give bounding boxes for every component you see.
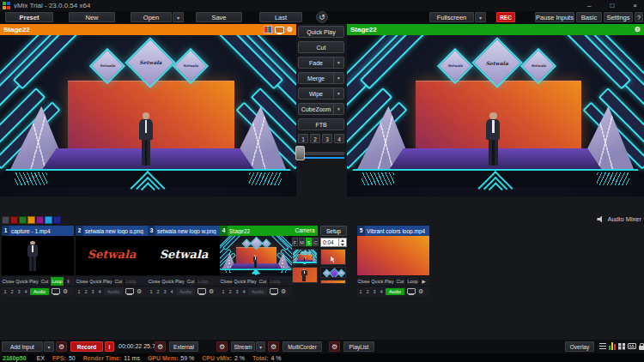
- menu-icon[interactable]: [599, 343, 606, 350]
- wipe-button[interactable]: Wipe▾: [298, 87, 344, 100]
- quick-play-button[interactable]: Quick Play: [298, 26, 344, 38]
- overlay-2-button[interactable]: 2: [82, 289, 89, 294]
- audio-button[interactable]: Audio: [176, 288, 195, 295]
- layer-thumb-strip[interactable]: [320, 280, 346, 284]
- overlay-1-button[interactable]: 1: [220, 289, 227, 294]
- loop-button[interactable]: Loop: [269, 277, 282, 286]
- monitor-icon[interactable]: [52, 288, 60, 294]
- monitor-icon[interactable]: [275, 27, 284, 33]
- add-input-dropdown[interactable]: ▾: [44, 341, 54, 352]
- quick-play-button[interactable]: Quick Play: [161, 277, 185, 286]
- gear-icon[interactable]: ⚙: [635, 27, 641, 33]
- quick-play-button[interactable]: Quick Play: [15, 277, 39, 286]
- ftb-button[interactable]: FTB: [298, 118, 344, 130]
- gear-icon[interactable]: ⚙: [63, 288, 68, 295]
- input-2-titlebar[interactable]: 2 setwala new logo o.png: [76, 226, 148, 236]
- add-input-button[interactable]: Add Input: [2, 341, 43, 352]
- layer-thumb-screen[interactable]: [320, 249, 346, 265]
- swatch-red[interactable]: [10, 216, 18, 224]
- monitor-icon[interactable]: [197, 288, 206, 294]
- playlist-settings-gear-icon[interactable]: ⚙: [329, 341, 340, 352]
- grid-view-icon[interactable]: [618, 343, 625, 350]
- multicorder-button[interactable]: MultiCorder: [283, 341, 322, 352]
- swatch-green[interactable]: [19, 216, 27, 224]
- chevron-down-icon[interactable]: ▾: [333, 57, 343, 68]
- rec-button[interactable]: REC: [496, 12, 515, 22]
- loop-button[interactable]: Loop: [51, 277, 64, 286]
- monitor-icon[interactable]: [407, 288, 416, 294]
- gear-icon[interactable]: ⚙: [287, 27, 293, 33]
- overlay-1-button[interactable]: 1: [357, 289, 364, 294]
- last-button[interactable]: Last: [259, 12, 302, 22]
- input-5-thumbnail[interactable]: [357, 236, 429, 275]
- transition-1-button[interactable]: 1: [298, 134, 308, 143]
- loop-button[interactable]: Loop: [125, 277, 137, 286]
- stream-settings-gear-icon[interactable]: ⚙: [216, 341, 228, 352]
- shortcuts-icon[interactable]: [628, 343, 636, 349]
- overlay-1-button[interactable]: 1: [148, 289, 155, 294]
- multicorder-settings-gear-icon[interactable]: ⚙: [268, 341, 279, 352]
- overlay-2-button[interactable]: 2: [364, 289, 371, 294]
- overlay-3-button[interactable]: 3: [15, 289, 22, 294]
- basic-button[interactable]: Basic: [576, 12, 602, 22]
- chevron-down-icon[interactable]: ▾: [333, 104, 343, 114]
- monitor-icon[interactable]: [125, 288, 134, 294]
- input-1-titlebar[interactable]: 1 capture - 1.mp4: [2, 226, 74, 236]
- audio-button[interactable]: Audio: [386, 288, 404, 295]
- spinner-down-icon[interactable]: [339, 243, 346, 247]
- playlist-button[interactable]: PlayList: [343, 341, 374, 352]
- cut-button[interactable]: Cut: [395, 277, 406, 286]
- input-3[interactable]: 3 setwala new logo w.png Setwala Close Q…: [148, 226, 220, 294]
- gear-icon[interactable]: ⚙: [281, 288, 286, 295]
- audio-mixer-toggle[interactable]: Audio Mixer: [597, 215, 641, 223]
- overlay-2-button[interactable]: 2: [227, 289, 234, 294]
- layer-c-button[interactable]: C: [313, 238, 319, 246]
- play-icon[interactable]: ▶: [420, 277, 428, 286]
- open-dropdown[interactable]: ▾: [173, 12, 184, 22]
- gear-icon[interactable]: ⚙: [418, 288, 423, 295]
- help-button[interactable]: ?: [635, 12, 643, 22]
- overlay-4-button[interactable]: 4: [22, 289, 29, 294]
- layer-s-button[interactable]: S: [306, 238, 312, 246]
- close-button[interactable]: Close: [2, 277, 15, 286]
- cut-button[interactable]: Cut: [113, 277, 125, 286]
- input-4-thumbnail[interactable]: Setwala Setwala Setwala: [220, 236, 292, 275]
- input-1[interactable]: 1 capture - 1.mp4 Close Quick Play Cut L…: [2, 226, 74, 294]
- overlay-2-button[interactable]: 2: [155, 289, 161, 294]
- fullscreen-dropdown[interactable]: ▾: [475, 12, 486, 22]
- camera-button[interactable]: Camera: [292, 226, 318, 236]
- monitor-icon[interactable]: [270, 288, 278, 294]
- layer-f-button[interactable]: F: [292, 238, 298, 246]
- gear-icon[interactable]: ⚙: [209, 288, 214, 295]
- overlay-button[interactable]: Overlay: [565, 341, 594, 352]
- tbar-track[interactable]: [298, 152, 344, 155]
- input-5[interactable]: 5 Vibrant colors loop.mp4 Close Quick Pl…: [357, 226, 429, 294]
- preview-monitor[interactable]: Setwala Setwala Setwala: [0, 35, 296, 196]
- overlay-3-button[interactable]: 3: [371, 289, 378, 294]
- chevron-down-icon[interactable]: ▾: [333, 88, 343, 99]
- layer-thumb-stage[interactable]: Setwala Setwala Setwala: [292, 249, 318, 265]
- swatch-orange[interactable]: [27, 216, 35, 224]
- close-button[interactable]: Close: [76, 277, 89, 286]
- audio-button[interactable]: Audio: [30, 288, 49, 295]
- tbar-handle[interactable]: [295, 146, 305, 160]
- close-button[interactable]: ×: [633, 2, 637, 9]
- loop-button[interactable]: Loop: [197, 277, 210, 286]
- cut-button[interactable]: Cut: [39, 277, 51, 286]
- gear-icon[interactable]: ⚙: [137, 288, 142, 295]
- program-monitor[interactable]: Setwala Setwala Setwala: [347, 35, 644, 196]
- merge-button[interactable]: Merge▾: [298, 72, 344, 84]
- layer-thumb-diamonds[interactable]: [320, 267, 346, 278]
- fullscreen-button[interactable]: Fullscreen: [429, 12, 474, 22]
- overlay-3-button[interactable]: 3: [234, 289, 240, 294]
- audio-button[interactable]: Audio: [248, 288, 267, 295]
- input-4[interactable]: 4 Stage22 Setwala Setwala Setwala C: [220, 226, 292, 294]
- overlay-2-button[interactable]: 2: [9, 289, 15, 294]
- overlay-3-button[interactable]: 3: [161, 289, 168, 294]
- overlay-4-button[interactable]: 4: [240, 289, 247, 294]
- fade-button[interactable]: Fade▾: [298, 57, 344, 69]
- chevron-down-icon[interactable]: ▾: [333, 73, 343, 83]
- input-2-thumbnail[interactable]: Setwala: [76, 236, 148, 275]
- open-button[interactable]: Open: [131, 12, 172, 22]
- stream-dropdown[interactable]: ▾: [256, 341, 265, 352]
